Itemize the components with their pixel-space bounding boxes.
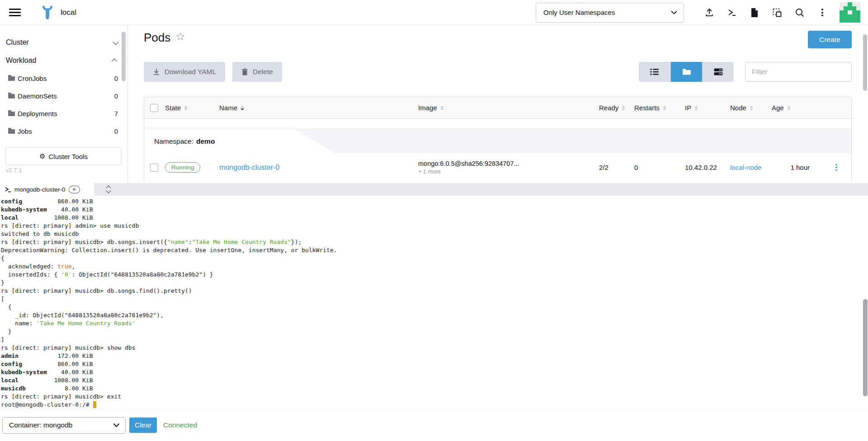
- terminal-line: kubedb-system 40.00 KiB: [1, 206, 862, 214]
- workspace: Cluster Workload CronJobs 0 DaemonSets 0…: [0, 25, 868, 183]
- close-icon[interactable]: ✕: [69, 186, 80, 193]
- terminal-line: local 1008.00 KiB: [1, 376, 862, 385]
- terminal-line: ]: [1, 336, 862, 344]
- view-flat-button[interactable]: [702, 62, 734, 82]
- connection-status: Connected: [163, 421, 197, 429]
- terminal-line: rs [direct: primary] musicdb> show dbs: [1, 344, 862, 352]
- clear-button[interactable]: Clear: [129, 418, 157, 433]
- sidebar-item-count: 0: [114, 92, 118, 100]
- hamburger-menu-icon[interactable]: [9, 9, 21, 16]
- sort-icon: [787, 106, 791, 110]
- panel-resize-toggle[interactable]: [107, 186, 110, 192]
- pod-node-link[interactable]: local-node: [730, 164, 761, 171]
- column-header-ip[interactable]: IP: [685, 104, 730, 112]
- terminal-line: admin 172.00 KiB: [1, 352, 862, 360]
- sidebar-section-label: Workload: [6, 56, 36, 65]
- terminal-line: insertedIds: { '0': ObjectId("648813520a…: [1, 271, 862, 279]
- terminal-line: {: [1, 254, 862, 263]
- page-scrollbar[interactable]: [863, 34, 867, 91]
- kubeconfig-file-icon[interactable]: [749, 7, 760, 18]
- upload-icon[interactable]: [704, 7, 715, 18]
- select-all-checkbox[interactable]: [150, 104, 158, 112]
- terminal-line: }: [1, 279, 862, 287]
- terminal-tab[interactable]: mongodb-cluster-0 ✕: [0, 183, 94, 196]
- terminal-output[interactable]: config 860.00 KiBkubedb-system 40.00 KiB…: [0, 196, 868, 409]
- sidebar-section-label: Cluster: [6, 38, 29, 47]
- terminal-line: acknowledged: true,: [1, 263, 862, 271]
- chevron-down-icon: [671, 10, 677, 14]
- status-badge: Running: [165, 162, 200, 173]
- sort-icon: [184, 106, 188, 110]
- page-title: Pods: [144, 31, 170, 45]
- pod-ip: 10.42.0.22: [685, 164, 730, 171]
- sidebar: Cluster Workload CronJobs 0 DaemonSets 0…: [0, 25, 127, 183]
- terminal-line: {: [1, 303, 862, 311]
- folder-icon: [8, 76, 15, 81]
- pod-ready: 2/2: [599, 164, 634, 171]
- column-header-ready[interactable]: Ready: [599, 104, 634, 112]
- terminal-line: rs [direct: primary] musicdb> db.songs.f…: [1, 287, 862, 295]
- download-icon: [153, 68, 160, 75]
- column-header-image[interactable]: Image: [418, 104, 599, 112]
- terminal-line: _id: ObjectId("648813520a8a80c2a781e9b2"…: [1, 311, 862, 319]
- filter-input[interactable]: [745, 62, 852, 82]
- column-header-name[interactable]: Name: [219, 104, 418, 112]
- sidebar-item-label: DaemonSets: [18, 92, 57, 100]
- terminal-line: rs [direct: primary] musicdb> exit: [1, 393, 862, 401]
- sidebar-section-workload[interactable]: Workload: [0, 52, 127, 70]
- container-select[interactable]: Container: mongodb: [2, 417, 126, 434]
- kebab-menu-icon[interactable]: [817, 7, 828, 18]
- column-header-state[interactable]: State: [165, 104, 219, 112]
- terminal-line: local 1008.00 KiB: [1, 214, 862, 222]
- trash-icon: [241, 68, 248, 75]
- namespace-filter-dropdown[interactable]: Only User Namespaces: [536, 3, 684, 23]
- search-icon[interactable]: [794, 7, 805, 18]
- pod-name-link[interactable]: mongodb-cluster-0: [219, 164, 279, 171]
- delete-button[interactable]: Delete: [232, 62, 282, 82]
- terminal-line: switched to db musicdb: [1, 230, 862, 238]
- sidebar-section-cluster[interactable]: Cluster: [0, 33, 127, 52]
- row-checkbox[interactable]: [150, 164, 158, 172]
- sort-icon: [663, 106, 666, 110]
- terminal-footer: Container: mongodb Clear Connected: [0, 409, 868, 441]
- import-yaml-icon[interactable]: [772, 7, 783, 18]
- folder-icon: [8, 94, 15, 99]
- sidebar-scrollbar[interactable]: [122, 32, 126, 81]
- avatar[interactable]: [840, 2, 860, 23]
- rancher-logo: [40, 6, 55, 19]
- cluster-tools-button[interactable]: ⚙ Cluster Tools: [5, 147, 122, 165]
- table-header-row: State Name Image Ready Restarts IP Node …: [144, 97, 851, 119]
- sidebar-item-label: Deployments: [18, 110, 57, 117]
- view-grouped-button[interactable]: [670, 62, 702, 82]
- namespace-group-value: demo: [196, 137, 215, 145]
- pod-image-more: + 1 more: [418, 169, 599, 175]
- sort-icon: [241, 106, 244, 110]
- pod-age: 1 hour: [772, 164, 821, 171]
- terminal-scrollbar[interactable]: [863, 299, 868, 396]
- favorite-star-icon[interactable]: [176, 32, 185, 41]
- row-kebab-menu-icon[interactable]: [835, 164, 837, 171]
- sidebar-item-deployments[interactable]: Deployments 7: [0, 105, 127, 122]
- sidebar-item-cronjobs[interactable]: CronJobs 0: [0, 70, 127, 87]
- terminal-line: musicdb 8.00 KiB: [1, 385, 862, 393]
- namespace-group-label: Namespace:: [154, 137, 193, 145]
- download-yaml-button[interactable]: Download YAML: [144, 62, 225, 82]
- terminal-line: kubedb-system 40.00 KiB: [1, 368, 862, 376]
- view-list-button[interactable]: [639, 62, 670, 82]
- pods-table: State Name Image Ready Restarts IP Node …: [144, 97, 852, 182]
- kubectl-shell-icon[interactable]: [726, 7, 737, 18]
- column-header-node[interactable]: Node: [730, 104, 772, 112]
- version-label: v2.7.1: [6, 167, 22, 174]
- create-button[interactable]: Create: [808, 31, 852, 48]
- sidebar-item-daemonsets[interactable]: DaemonSets 0: [0, 87, 127, 105]
- top-header: local Only User Namespaces: [0, 0, 868, 25]
- column-header-age[interactable]: Age: [772, 104, 821, 112]
- delete-label: Delete: [253, 68, 273, 76]
- terminal-line: rs [direct: primary] admin> use musicdb: [1, 222, 862, 230]
- shell-prompt-icon: [5, 187, 11, 192]
- sidebar-item-count: 0: [114, 127, 118, 135]
- sidebar-item-jobs[interactable]: Jobs 0: [0, 122, 127, 140]
- column-header-restarts[interactable]: Restarts: [634, 104, 685, 112]
- sort-icon: [622, 106, 625, 110]
- chevron-down-icon: [113, 39, 119, 45]
